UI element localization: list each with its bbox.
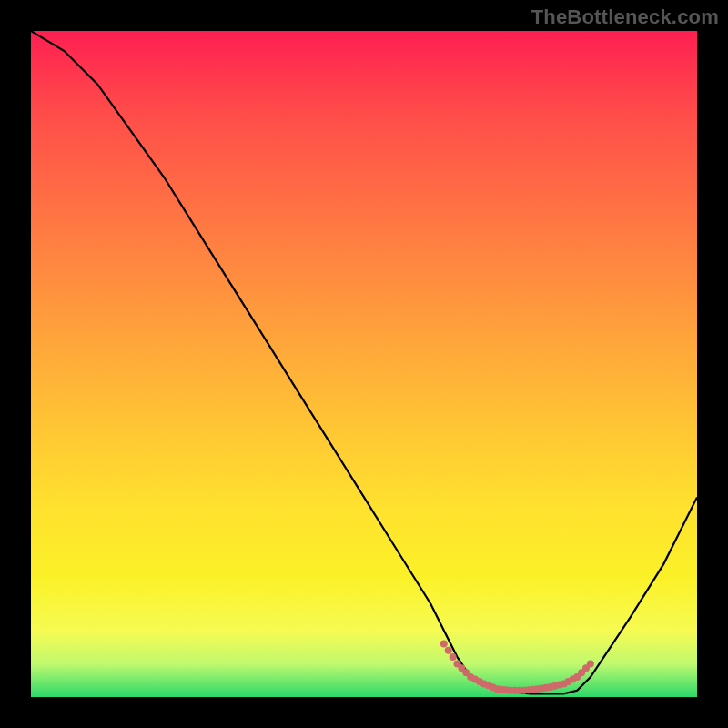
- chart-frame: TheBottleneck.com: [0, 0, 728, 728]
- dot: [450, 653, 457, 661]
- plot-area: [31, 31, 697, 697]
- plot-svg: [31, 31, 697, 697]
- watermark-text: TheBottleneck.com: [531, 5, 719, 29]
- dot: [587, 660, 594, 667]
- dot: [440, 640, 448, 647]
- dotted-line: [440, 640, 594, 693]
- dot: [445, 647, 452, 654]
- curve-line: [31, 31, 697, 693]
